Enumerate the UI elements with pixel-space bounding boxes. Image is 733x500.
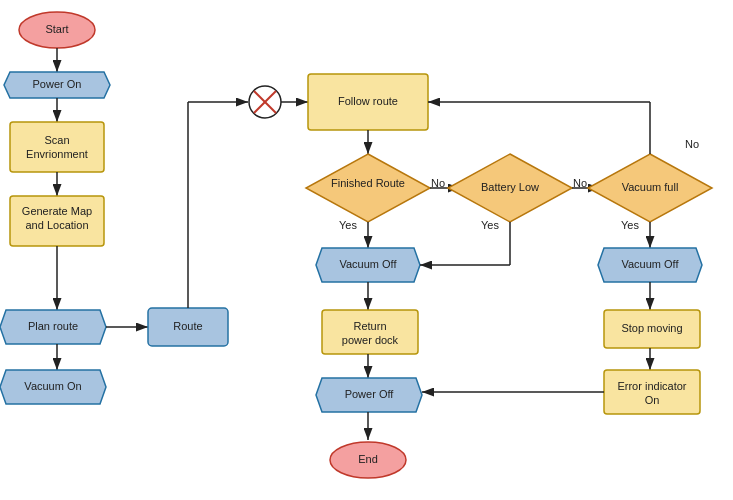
follow-route-label: Follow route bbox=[338, 95, 398, 107]
vacuum-off-right-label: Vacuum Off bbox=[621, 258, 679, 270]
finished-yes-label: Yes bbox=[339, 219, 357, 231]
end-label: End bbox=[358, 453, 378, 465]
error-indicator-node bbox=[604, 370, 700, 414]
start-label: Start bbox=[45, 23, 68, 35]
finished-route-label1: Finished Route bbox=[331, 177, 405, 189]
return-power-node bbox=[322, 310, 418, 354]
vacuum-no-label: No bbox=[685, 138, 699, 150]
battery-yes-label: Yes bbox=[481, 219, 499, 231]
power-off-label: Power Off bbox=[345, 388, 395, 400]
route-label: Route bbox=[173, 320, 202, 332]
battery-no-label: No bbox=[573, 177, 587, 189]
finished-no-label: No bbox=[431, 177, 445, 189]
error-indicator-label2: On bbox=[645, 394, 660, 406]
vacuum-on-label: Vacuum On bbox=[24, 380, 81, 392]
scan-env-label1: Scan bbox=[44, 134, 69, 146]
battery-low-label: Battery Low bbox=[481, 181, 539, 193]
gen-map-label1: Generate Map bbox=[22, 205, 92, 217]
plan-route-label: Plan route bbox=[28, 320, 78, 332]
return-power-label2: power dock bbox=[342, 334, 399, 346]
return-power-label1: Return bbox=[353, 320, 386, 332]
vacuumfull-yes-label: Yes bbox=[621, 219, 639, 231]
scan-env-label2: Envrionment bbox=[26, 148, 88, 160]
vacuum-off-left-label: Vacuum Off bbox=[339, 258, 397, 270]
vacuum-full-label: Vacuum full bbox=[622, 181, 679, 193]
power-on-label: Power On bbox=[33, 78, 82, 90]
error-indicator-label1: Error indicator bbox=[617, 380, 686, 392]
stop-moving-label: Stop moving bbox=[621, 322, 682, 334]
gen-map-label2: and Location bbox=[26, 219, 89, 231]
